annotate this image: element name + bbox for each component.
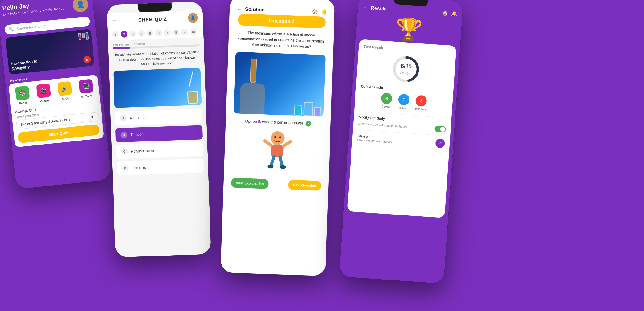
option-a-text: Reduction [130, 115, 147, 120]
question-text: The technique where a solution of known … [113, 49, 200, 68]
search-placeholder: Search for a topic [16, 23, 45, 31]
share-button[interactable]: ↗ [435, 138, 445, 148]
q-num-3[interactable]: 3 [129, 30, 136, 37]
beaker1 [294, 104, 302, 116]
solution-question-text: The technique where a solution of known … [237, 30, 325, 50]
resource-videos[interactable]: 🎬 Videos [36, 83, 52, 103]
solution-title: Solution [245, 6, 309, 14]
audio-icon: 🔊 [57, 81, 72, 96]
correct-label: Correct [381, 105, 391, 108]
video-author: by Avogrado [12, 67, 28, 74]
option-c-label: C [121, 148, 128, 155]
option-d-label: D [122, 165, 129, 172]
search-icon: 🔍 [9, 27, 14, 32]
correct-count: 6 [385, 96, 388, 101]
beaker3 [314, 107, 321, 117]
next-question-button[interactable]: Next Question [288, 180, 321, 191]
greeting-section: Hello Jay Lets help make chemistry simpl… [2, 0, 64, 16]
notify-toggle[interactable] [434, 126, 446, 133]
beaker-decoration [187, 91, 198, 104]
beakers-decoration [294, 101, 321, 116]
correct-option: B [258, 119, 261, 124]
back-button[interactable]: ← [237, 6, 242, 12]
correct-badge: 6 [381, 92, 393, 104]
lab-scene [113, 68, 202, 108]
correct-answer-label: Option B was the correct answer [245, 119, 303, 125]
home-icon[interactable]: 🏠 [312, 9, 318, 15]
progress-fill [113, 47, 130, 49]
play-button[interactable]: ▶ [83, 55, 91, 63]
back-button[interactable]: ← [363, 5, 368, 10]
option-c-text: Polymerization [131, 148, 155, 153]
q-num-2[interactable]: 2 [121, 31, 128, 38]
analysis-row: 6 Correct 1 Skipped 3 Incorrect [359, 91, 448, 113]
option-b-text: Titration [130, 132, 143, 137]
books-icon: 📚 [15, 86, 30, 100]
resource-audio[interactable]: 🔊 Audio [57, 81, 73, 101]
score-ring: 6/10 ChemQuiz [391, 55, 421, 84]
q-num-10[interactable]: 10 [190, 28, 197, 35]
score-subtitle: ChemQuiz [400, 72, 412, 75]
dropdown-chevron-icon: ▼ [91, 115, 94, 119]
notch [138, 2, 172, 12]
videos-icon: 🎬 [36, 83, 51, 98]
share-info: Share Share results with friends [357, 134, 392, 144]
view-explanation-button[interactable]: View Explanation [231, 178, 269, 189]
skipped-label: Skipped [398, 106, 408, 110]
incorrect-badge: 3 [415, 95, 427, 107]
home-icon[interactable]: 🏠 [442, 10, 448, 16]
q-num-9[interactable]: 9 [181, 29, 188, 36]
trophy-icon: 🏆 [356, 15, 462, 44]
option-a-label: A [120, 115, 127, 122]
happy-character [226, 129, 328, 176]
q-num-4[interactable]: 4 [138, 30, 145, 37]
videos-label: Videos [39, 99, 49, 103]
svg-line-5 [284, 141, 291, 146]
video-card[interactable]: Introduction toChemistry by Avogrado ▶ [6, 29, 95, 74]
pipette-decoration [189, 71, 193, 86]
hand-decoration [239, 83, 265, 114]
incorrect-item: 3 Incorrect [415, 95, 427, 111]
lab-image [233, 52, 326, 117]
user-avatar: 👤 [188, 13, 198, 23]
nav-icons: 🏠 🔔 [442, 10, 458, 17]
bell-icon[interactable]: 🔔 [321, 9, 327, 15]
etutor-label: E- Tutor [81, 94, 93, 99]
phone-solution: ← Solution 🏠 🔔 Question 2 The technique … [220, 0, 335, 276]
q-num-8[interactable]: 8 [172, 29, 180, 36]
quiz-body: Time Remaining: 19:20:10 The technique w… [108, 37, 209, 181]
back-button[interactable]: ← [112, 18, 117, 24]
score-number: 6/10 [400, 63, 412, 70]
resource-etutor[interactable]: 🖥️ E- Tutor [78, 79, 94, 99]
quiz-title: CHEM QUIZ [120, 15, 185, 23]
correct-answer-text: Option B was the correct answer ✓ [234, 118, 322, 127]
avatar: 👤 [72, 0, 89, 13]
resource-grid: 📚 Books 🎬 Videos 🔊 Audio 🖥️ E- Tutor [13, 79, 96, 105]
audio-label: Audio [62, 96, 70, 101]
option-c[interactable]: C Polymerization [116, 142, 203, 159]
option-a[interactable]: A Reduction [115, 108, 202, 126]
q-num-7[interactable]: 7 [164, 29, 171, 36]
books-label: Books [19, 101, 28, 105]
skipped-count: 1 [402, 97, 405, 102]
phone-quiz: ← CHEM QUIZ 👤 1 2 3 4 5 6 7 8 9 10 Time … [107, 2, 211, 257]
q-num-5[interactable]: 5 [147, 30, 154, 37]
svg-line-4 [264, 141, 272, 145]
incorrect-label: Incorrect [415, 107, 426, 111]
bell-icon[interactable]: 🔔 [451, 10, 458, 17]
resource-books[interactable]: 📚 Books [15, 86, 30, 105]
svg-rect-3 [271, 144, 284, 157]
result-card: Test Result 6/10 ChemQuiz Quiz Analysis … [347, 39, 456, 218]
skipped-item: 1 Skipped [398, 94, 410, 110]
q-num-1[interactable]: 1 [112, 31, 119, 38]
test-result-label: Test Result [364, 44, 451, 55]
option-b[interactable]: B Titration [115, 125, 203, 142]
phone-home: Hello Jay Lets help make chemistry simpl… [0, 0, 112, 190]
svg-point-0 [271, 131, 285, 145]
phone-result: ← Result 🏠 🔔 🏆 Test Result 6/10 ChemQuiz… [339, 0, 463, 284]
solution-actions: View Explanation Next Question [226, 178, 326, 191]
etutor-icon: 🖥️ [78, 79, 93, 94]
option-b-label: B [120, 131, 127, 138]
q-num-6[interactable]: 6 [155, 29, 162, 36]
option-d[interactable]: D Osmosis [117, 158, 204, 176]
